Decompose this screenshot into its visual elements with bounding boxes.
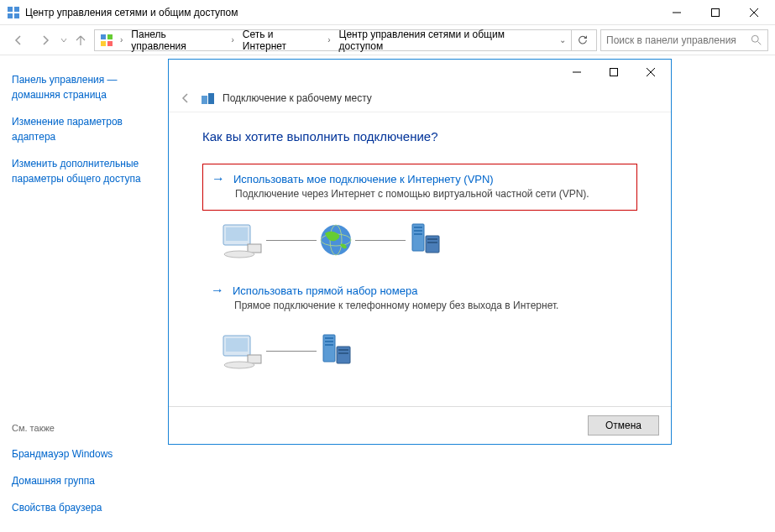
dialog-footer: Отмена xyxy=(169,406,671,444)
option-dial[interactable]: → Использовать прямой набор номера Прямо… xyxy=(202,276,637,321)
navbar: › Панель управления › Сеть и Интернет › … xyxy=(0,25,775,55)
search-box[interactable] xyxy=(600,29,768,51)
svg-rect-32 xyxy=(427,238,437,240)
window-titlebar: Центр управления сетями и общим доступом xyxy=(0,0,775,25)
svg-rect-10 xyxy=(101,41,106,46)
option-dial-title: Использовать прямой набор номера xyxy=(233,284,417,297)
dialog-body: Как вы хотите выполнить подключение? → И… xyxy=(169,112,671,406)
dialog-back-button[interactable] xyxy=(177,90,194,107)
breadcrumb[interactable]: › Панель управления › Сеть и Интернет › … xyxy=(94,29,597,51)
option-vpn-desc: Подключение через Интернет с помощью вир… xyxy=(235,188,628,200)
svg-point-12 xyxy=(751,35,758,42)
arrow-right-icon: → xyxy=(212,171,225,186)
dialog-maximize-button[interactable] xyxy=(595,60,632,84)
chevron-down-icon[interactable]: ⌄ xyxy=(556,35,569,44)
minimize-button[interactable] xyxy=(657,0,696,25)
svg-rect-18 xyxy=(202,96,207,104)
sidebar-link-adapter[interactable]: Изменение параметров адаптера xyxy=(12,114,156,144)
arrow-right-icon: → xyxy=(211,283,224,298)
computer-icon xyxy=(219,221,266,259)
sidebar-link-firewall[interactable]: Брандмауэр Windows xyxy=(12,446,156,462)
dialog-header: Подключение к рабочему месту xyxy=(169,85,671,112)
server-icon xyxy=(317,331,355,370)
chevron-down-icon[interactable] xyxy=(60,37,67,44)
diagram-dial xyxy=(219,331,637,370)
nav-back-button[interactable] xyxy=(7,29,30,52)
breadcrumb-item-current[interactable]: Центр управления сетями и общим доступом xyxy=(336,27,553,54)
window-controls xyxy=(657,0,773,25)
search-input[interactable] xyxy=(606,34,751,46)
server-icon xyxy=(406,221,444,259)
app-icon xyxy=(7,6,20,19)
svg-rect-33 xyxy=(427,242,437,243)
window-title: Центр управления сетями и общим доступом xyxy=(25,7,657,18)
sidebar-link-browser[interactable]: Свойства браузера xyxy=(12,500,156,515)
svg-rect-0 xyxy=(8,7,13,12)
sidebar-link-home[interactable]: Панель управления — домашняя страница xyxy=(12,72,156,102)
close-button[interactable] xyxy=(735,0,773,25)
svg-rect-19 xyxy=(208,93,214,104)
maximize-button[interactable] xyxy=(696,0,735,25)
svg-rect-30 xyxy=(414,233,422,235)
option-dial-desc: Прямое подключение к телефонному номеру … xyxy=(234,300,629,311)
svg-rect-29 xyxy=(414,230,422,232)
svg-rect-1 xyxy=(14,7,19,12)
svg-rect-21 xyxy=(226,227,248,241)
svg-rect-3 xyxy=(14,13,19,18)
dialog-close-button[interactable] xyxy=(632,60,669,84)
breadcrumb-item-control-panel[interactable]: Панель управления xyxy=(128,27,226,54)
nav-up-button[interactable] xyxy=(71,30,91,50)
svg-rect-44 xyxy=(338,352,348,354)
option-vpn-title: Использовать мое подключение к Интернету… xyxy=(233,173,494,185)
svg-rect-2 xyxy=(8,13,13,18)
svg-point-37 xyxy=(224,362,254,368)
sidebar-link-homegroup[interactable]: Домашняя группа xyxy=(12,473,156,488)
svg-rect-40 xyxy=(325,341,333,342)
globe-icon xyxy=(317,221,355,259)
nav-forward-button[interactable] xyxy=(34,29,57,52)
svg-point-23 xyxy=(224,251,254,258)
svg-rect-35 xyxy=(226,338,248,352)
chevron-right-icon: › xyxy=(228,35,237,44)
chevron-right-icon: › xyxy=(324,35,333,44)
connection-dialog: Подключение к рабочему месту Как вы хоти… xyxy=(168,59,672,445)
svg-rect-41 xyxy=(325,344,333,346)
breadcrumb-item-network[interactable]: Сеть и Интернет xyxy=(239,27,322,54)
refresh-button[interactable] xyxy=(571,29,593,51)
svg-rect-8 xyxy=(101,34,106,39)
dialog-title: Подключение к рабочему месту xyxy=(223,92,372,104)
svg-rect-43 xyxy=(338,349,348,351)
diagram-vpn xyxy=(219,221,637,259)
svg-rect-9 xyxy=(107,34,113,39)
svg-line-13 xyxy=(758,41,762,44)
sidebar: Панель управления — домашняя страница Из… xyxy=(0,55,168,532)
option-vpn[interactable]: → Использовать мое подключение к Интерне… xyxy=(202,164,637,211)
search-icon xyxy=(751,34,762,46)
control-panel-icon xyxy=(100,34,113,47)
svg-rect-11 xyxy=(107,41,113,46)
svg-rect-5 xyxy=(712,8,720,16)
dialog-titlebar xyxy=(169,60,671,85)
see-also-label: См. также xyxy=(12,423,156,433)
sidebar-link-sharing[interactable]: Изменить дополнительные параметры общего… xyxy=(12,156,156,186)
svg-rect-22 xyxy=(248,244,261,253)
chevron-right-icon: › xyxy=(117,35,126,44)
dialog-minimize-button[interactable] xyxy=(558,60,595,84)
svg-rect-36 xyxy=(248,355,261,363)
svg-rect-28 xyxy=(414,227,422,228)
svg-rect-39 xyxy=(325,337,333,339)
cancel-button[interactable]: Отмена xyxy=(588,415,659,436)
svg-rect-15 xyxy=(610,69,618,76)
computer-icon xyxy=(219,331,266,370)
workplace-icon xyxy=(201,91,216,106)
dialog-question: Как вы хотите выполнить подключение? xyxy=(202,129,637,143)
